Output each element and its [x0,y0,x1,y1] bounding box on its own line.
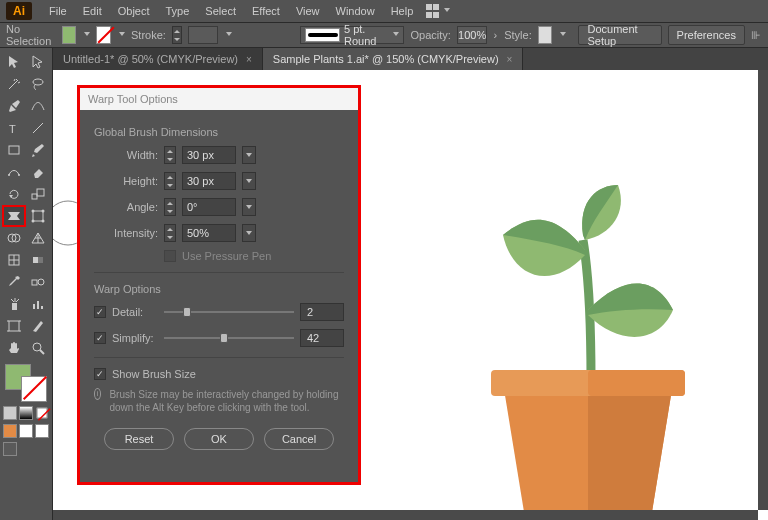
chevron-down-icon[interactable] [119,32,125,39]
type-tool[interactable]: T [3,118,25,138]
horizontal-scrollbar[interactable] [53,510,758,520]
menu-edit[interactable]: Edit [76,2,109,20]
symbol-sprayer-tool[interactable] [3,294,25,314]
mesh-tool[interactable] [3,250,25,270]
column-graph-tool[interactable] [27,294,49,314]
line-tool[interactable] [27,118,49,138]
chevron-down-icon[interactable] [84,32,90,39]
hand-tool[interactable] [3,338,25,358]
height-dropdown[interactable] [242,172,256,190]
magic-wand-tool[interactable] [3,74,25,94]
width-input[interactable]: 30 px [182,146,236,164]
menu-help[interactable]: Help [384,2,421,20]
brush-preset-dropdown[interactable]: 5 pt. Round [300,26,404,44]
document-tab[interactable]: Untitled-1* @ 50% (CMYK/Preview)× [53,48,263,70]
none-mode-icon[interactable] [37,408,48,419]
eraser-tool[interactable] [27,162,49,182]
simplify-slider[interactable] [164,331,294,345]
simplify-checkbox[interactable]: ✓ [94,332,106,344]
draw-inside-icon[interactable] [35,424,49,438]
vertical-scrollbar[interactable] [758,70,768,510]
blend-tool[interactable] [27,272,49,292]
zoom-tool[interactable] [27,338,49,358]
angle-stepper[interactable] [164,198,176,216]
selection-tool[interactable] [3,52,25,72]
stroke-color-swatch[interactable] [21,376,47,402]
preferences-button[interactable]: Preferences [668,25,745,45]
svg-line-26 [40,350,44,354]
intensity-stepper[interactable] [164,224,176,242]
free-transform-tool[interactable] [27,206,49,226]
selection-status: No Selection [6,23,56,47]
rotate-tool[interactable] [3,184,25,204]
warp-tool[interactable] [3,206,25,226]
fill-stroke-indicator[interactable] [3,364,49,402]
close-icon[interactable]: × [507,54,513,65]
slice-tool[interactable] [27,316,49,336]
gradient-mode-icon[interactable] [19,406,33,420]
svg-point-0 [33,79,43,85]
stroke-weight-stepper[interactable] [172,26,182,44]
perspective-grid-tool[interactable] [27,228,49,248]
workspace-switcher-icon[interactable] [426,4,440,18]
menu-file[interactable]: File [42,2,74,20]
rectangle-tool[interactable] [3,140,25,160]
scale-tool[interactable] [27,184,49,204]
show-brush-checkbox[interactable]: ✓ [94,368,106,380]
svg-rect-20 [12,303,17,310]
svg-point-25 [33,343,41,351]
svg-point-11 [32,220,35,223]
menu-window[interactable]: Window [329,2,382,20]
paintbrush-tool[interactable] [27,140,49,160]
menu-view[interactable]: View [289,2,327,20]
lasso-tool[interactable] [27,74,49,94]
chevron-down-icon[interactable] [560,32,566,39]
document-setup-button[interactable]: Document Setup [578,25,661,45]
stroke-weight-input[interactable] [188,26,219,44]
direct-selection-tool[interactable] [27,52,49,72]
height-input[interactable]: 30 px [182,172,236,190]
width-dropdown[interactable] [242,146,256,164]
screen-mode-icon[interactable] [3,442,17,456]
stroke-swatch-none[interactable] [96,26,111,44]
align-icon[interactable]: ⊪ [751,28,762,42]
width-stepper[interactable] [164,146,176,164]
menu-select[interactable]: Select [198,2,243,20]
gradient-tool[interactable] [27,250,49,270]
artboard-tool[interactable] [3,316,25,336]
eyedropper-tool[interactable] [3,272,25,292]
ok-button[interactable]: OK [184,428,254,450]
menu-object[interactable]: Object [111,2,157,20]
document-tab[interactable]: Sample Plants 1.ai* @ 150% (CMYK/Preview… [263,48,524,70]
detail-slider[interactable] [164,305,294,319]
reset-button[interactable]: Reset [104,428,174,450]
intensity-dropdown[interactable] [242,224,256,242]
menu-effect[interactable]: Effect [245,2,287,20]
angle-input[interactable]: 0° [182,198,236,216]
cancel-button[interactable]: Cancel [264,428,334,450]
close-icon[interactable]: × [246,54,252,65]
brush-preset-label: 5 pt. Round [344,23,388,47]
intensity-input[interactable]: 50% [182,224,236,242]
shaper-tool[interactable] [3,162,25,182]
shape-builder-tool[interactable] [3,228,25,248]
brush-size-hint: Brush Size may be interactively changed … [109,388,344,414]
svg-rect-24 [9,321,19,331]
style-swatch[interactable] [538,26,553,44]
color-mode-icon[interactable] [3,406,17,420]
pen-tool[interactable] [3,96,25,116]
draw-behind-icon[interactable] [19,424,33,438]
detail-checkbox[interactable]: ✓ [94,306,106,318]
detail-value[interactable]: 2 [300,303,344,321]
height-stepper[interactable] [164,172,176,190]
curvature-tool[interactable] [27,96,49,116]
draw-mode-row [3,424,49,438]
draw-normal-icon[interactable] [3,424,17,438]
angle-dropdown[interactable] [242,198,256,216]
fill-swatch[interactable] [62,26,77,44]
stroke-preview-icon [305,28,340,42]
simplify-value[interactable]: 42 [300,329,344,347]
menu-type[interactable]: Type [159,2,197,20]
opacity-input[interactable]: 100% [457,26,488,44]
chevron-down-icon[interactable] [226,32,232,39]
